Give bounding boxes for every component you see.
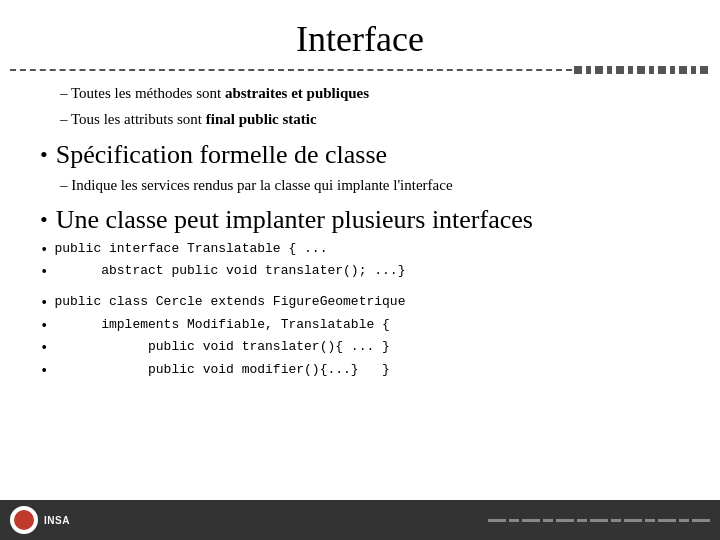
sep-block6	[628, 66, 633, 74]
bullet-dot-1: •	[40, 142, 48, 168]
dash7	[590, 519, 608, 522]
dash8	[611, 519, 621, 522]
sep-block10	[670, 66, 675, 74]
dash11	[658, 519, 676, 522]
sep-block13	[700, 66, 708, 74]
intro-bullet-1: – Toutes les méthodes sont abstraites et…	[40, 82, 680, 105]
code-line-5: • public void translater(){ ... }	[40, 337, 680, 360]
sep-block8	[649, 66, 654, 74]
logo-inner-circle	[14, 510, 34, 530]
section2-heading-text: Une classe peut implanter plusieurs inte…	[56, 205, 533, 235]
bullet-dot-2: •	[40, 207, 48, 233]
dash9	[624, 519, 642, 522]
sep-block7	[637, 66, 645, 74]
sep-block9	[658, 66, 666, 74]
sep-block1	[574, 66, 582, 74]
dash1	[488, 519, 506, 522]
code-text-6: public void modifier(){...} }	[54, 360, 389, 380]
content-area: – Toutes les méthodes sont abstraites et…	[0, 82, 720, 383]
section1-heading: • Spécification formelle de classe	[40, 140, 680, 170]
code-bullet-1: •	[40, 240, 48, 262]
section2-heading: • Une classe peut implanter plusieurs in…	[40, 205, 680, 235]
code-line-6: • public void modifier(){...} }	[40, 360, 680, 383]
dash2	[509, 519, 519, 522]
code-line-2: • abstract public void translater(); ...…	[40, 261, 680, 284]
intro-bullet-2: – Tous les attributs sont final public s…	[40, 108, 680, 131]
dash4	[543, 519, 553, 522]
bottom-dashes	[70, 519, 710, 522]
page: Interface – Toutes les méthodes sont abs…	[0, 0, 720, 540]
code-text-3: public class Cercle extends FigureGeomet…	[54, 292, 405, 312]
code-bullet-4: •	[40, 316, 48, 338]
code-line-4: • implements Modifiable, Translatable {	[40, 315, 680, 338]
section1-heading-text: Spécification formelle de classe	[56, 140, 387, 170]
code-text-5: public void translater(){ ... }	[54, 337, 389, 357]
code-bullet-3: •	[40, 293, 48, 315]
dash12	[679, 519, 689, 522]
dash6	[577, 519, 587, 522]
page-title: Interface	[296, 19, 424, 59]
code-bullet-6: •	[40, 361, 48, 383]
code-block-2: • public class Cercle extends FigureGeom…	[40, 292, 680, 383]
bottom-bar: INSA	[0, 500, 720, 540]
sep-block4	[607, 66, 612, 74]
sep-block5	[616, 66, 624, 74]
dash5	[556, 519, 574, 522]
title-area: Interface	[0, 0, 720, 64]
code-line-1: • public interface Translatable { ...	[40, 239, 680, 262]
dash13	[692, 519, 710, 522]
code-text-4: implements Modifiable, Translatable {	[54, 315, 389, 335]
logo-circle	[10, 506, 38, 534]
sep-block12	[691, 66, 696, 74]
dash10	[645, 519, 655, 522]
code-text-1: public interface Translatable { ...	[54, 239, 327, 259]
sep-block3	[595, 66, 603, 74]
top-separator	[0, 64, 720, 76]
code-line-3: • public class Cercle extends FigureGeom…	[40, 292, 680, 315]
logo-area: INSA	[10, 506, 70, 534]
section1-sub: – Indique les services rendus par la cla…	[40, 174, 680, 197]
code-block-1: • public interface Translatable { ... • …	[40, 239, 680, 284]
code-text-2: abstract public void translater(); ...}	[54, 261, 405, 281]
code-bullet-2: •	[40, 262, 48, 284]
dash3	[522, 519, 540, 522]
code-bullet-5: •	[40, 338, 48, 360]
separator-line-left	[10, 69, 572, 71]
sep-block11	[679, 66, 687, 74]
sep-block2	[586, 66, 591, 74]
logo-text: INSA	[44, 515, 70, 526]
